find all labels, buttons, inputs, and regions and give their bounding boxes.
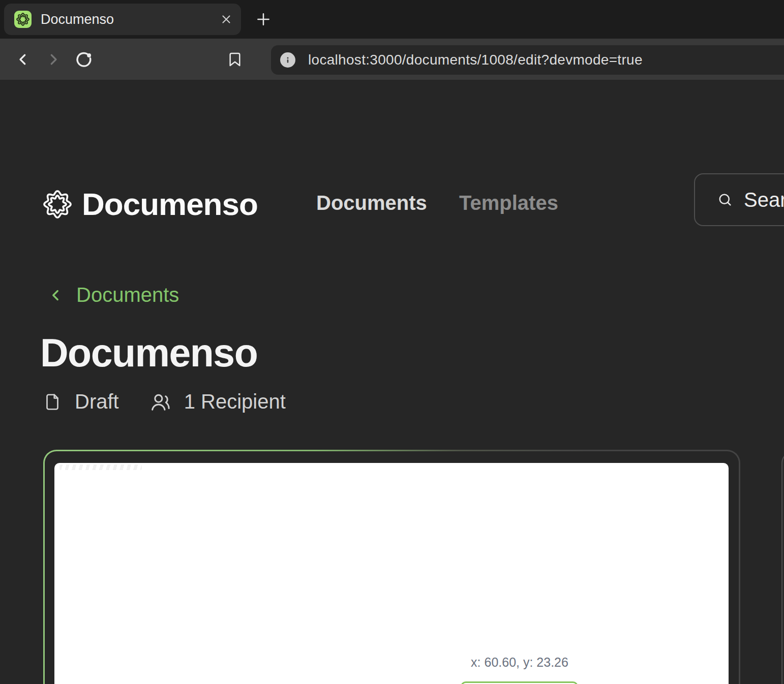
document-card-inner: x: 60.60, y: 23.26 Signature bbox=[45, 451, 739, 684]
status-badge: Draft bbox=[43, 390, 119, 413]
browser-tab-documenso[interactable]: Documenso bbox=[4, 4, 241, 35]
document-card: x: 60.60, y: 23.26 Signature bbox=[43, 450, 740, 684]
bookmark-button[interactable] bbox=[227, 51, 243, 68]
browser-window: Documenso bbox=[0, 0, 784, 684]
browser-tab-strip: Documenso bbox=[0, 0, 784, 39]
page-title: Documenso bbox=[40, 330, 257, 376]
document-meta: Draft 1 Recipient bbox=[43, 390, 286, 413]
bookmark-icon bbox=[227, 51, 243, 68]
url-bar[interactable]: localhost:3000/documents/1008/edit?devmo… bbox=[271, 45, 784, 75]
browser-toolbar: localhost:3000/documents/1008/edit?devmo… bbox=[0, 39, 784, 80]
recipients-label: 1 Recipient bbox=[184, 390, 286, 413]
brand-name: Documenso bbox=[82, 186, 258, 222]
search-input[interactable]: Search bbox=[694, 173, 784, 226]
recipients-badge: 1 Recipient bbox=[150, 390, 286, 413]
forward-button[interactable] bbox=[46, 52, 61, 67]
reload-button[interactable] bbox=[74, 50, 94, 69]
tab-title: Documenso bbox=[41, 12, 220, 27]
breadcrumb-back-link[interactable]: Documents bbox=[47, 284, 179, 306]
chevron-left-icon bbox=[47, 287, 64, 304]
page-faint-content bbox=[59, 464, 142, 470]
nav-item-documents[interactable]: Documents bbox=[316, 192, 427, 214]
pdf-page[interactable]: x: 60.60, y: 23.26 Signature bbox=[54, 463, 729, 684]
documenso-logo-icon bbox=[43, 190, 72, 219]
users-icon bbox=[150, 392, 171, 412]
new-tab-button[interactable] bbox=[255, 11, 272, 28]
url-text: localhost:3000/documents/1008/edit?devmo… bbox=[308, 52, 643, 68]
fields-panel-edge bbox=[781, 452, 784, 684]
status-label: Draft bbox=[75, 390, 119, 413]
reload-icon bbox=[74, 50, 94, 69]
breadcrumb-label: Documents bbox=[76, 284, 179, 306]
search-icon bbox=[717, 192, 733, 207]
back-button[interactable] bbox=[15, 52, 31, 67]
file-icon bbox=[43, 393, 62, 411]
brand-logo[interactable]: Documenso bbox=[43, 186, 258, 222]
info-icon bbox=[283, 55, 292, 65]
nav-item-templates[interactable]: Templates bbox=[459, 192, 558, 214]
plus-icon bbox=[255, 11, 272, 28]
cursor-coordinates: x: 60.60, y: 23.26 bbox=[471, 655, 568, 670]
signature-field[interactable]: Signature bbox=[461, 681, 578, 684]
close-icon[interactable] bbox=[220, 13, 233, 26]
site-info-button[interactable] bbox=[280, 52, 295, 68]
chevron-right-icon bbox=[46, 52, 61, 67]
documenso-app: Documenso Documents Templates Search Doc… bbox=[0, 80, 784, 684]
chevron-left-icon bbox=[15, 52, 31, 67]
documenso-favicon-icon bbox=[14, 11, 32, 28]
search-placeholder: Search bbox=[744, 189, 784, 211]
